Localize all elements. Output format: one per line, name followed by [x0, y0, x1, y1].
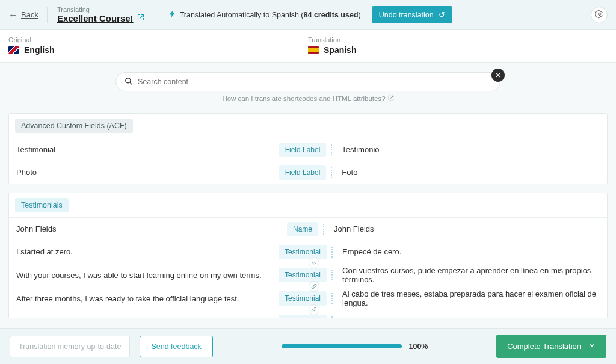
- target-text[interactable]: Empecé de cero.: [337, 247, 600, 256]
- refresh-icon: ↺: [439, 10, 445, 19]
- complete-translation-button[interactable]: Complete Translation: [496, 335, 606, 358]
- top-bar: ← Back Translating Excellent Course! Tra…: [0, 0, 616, 30]
- progress: 100%: [223, 342, 487, 351]
- divider: [47, 7, 48, 23]
- translation-content: Advanced Custom Fields (ACF)TestimonialF…: [8, 113, 608, 318]
- field-type-badge: Testimonial: [279, 268, 327, 282]
- progress-fill: [282, 344, 402, 348]
- progress-percent: 100%: [409, 342, 428, 351]
- translation-row[interactable]: With your courses, I was able to start l…: [9, 263, 607, 286]
- translation-row[interactable]: I started at zero.TestimonialEmpecé de c…: [9, 240, 607, 263]
- source-text: John Fields: [16, 224, 287, 233]
- source-text: I started at zero.: [16, 247, 279, 256]
- field-type-badge: Field Label: [279, 143, 327, 157]
- help-link-text: How can I translate shortcodes and HTML …: [222, 95, 385, 102]
- search-field[interactable]: [116, 72, 500, 91]
- page-kicker: Translating: [57, 6, 144, 13]
- source-text: I passed!: [16, 317, 279, 318]
- language-header: Original English Translation Spanish: [0, 30, 616, 63]
- arrow-left-icon: ←: [8, 10, 17, 20]
- target-text[interactable]: ¡He aprobado!: [337, 317, 600, 318]
- link-segment-icon[interactable]: [309, 281, 319, 292]
- translation-language-name: Spanish: [324, 45, 356, 55]
- bolt-icon: [168, 10, 176, 20]
- gear-icon: [595, 10, 604, 20]
- complete-translation-label: Complete Translation: [507, 342, 581, 351]
- shortcodes-help-link[interactable]: How can I translate shortcodes and HTML …: [222, 95, 393, 102]
- close-icon: ✕: [495, 71, 501, 79]
- settings-button[interactable]: [591, 7, 608, 23]
- flag-uk-icon: [8, 46, 19, 54]
- target-text[interactable]: Testimonio: [337, 145, 600, 154]
- target-text[interactable]: John Fields: [329, 224, 600, 233]
- field-type-badge: Testimonial: [279, 245, 327, 259]
- source-text: With your courses, I was able to start l…: [16, 271, 279, 280]
- original-language: English: [8, 45, 308, 55]
- source-text: Testimonial: [16, 145, 279, 154]
- content-scroll[interactable]: Advanced Custom Fields (ACF)TestimonialF…: [8, 113, 608, 318]
- flag-es-icon: [308, 46, 319, 54]
- field-type-badge: Field Label: [279, 165, 327, 180]
- source-text: After three months, I was ready to take …: [16, 294, 279, 303]
- svg-point-1: [126, 78, 131, 82]
- page-title-text: Excellent Course!: [57, 13, 134, 23]
- page-title[interactable]: Excellent Course!: [57, 13, 144, 23]
- translation-memory-button[interactable]: Translation memory up-to-date: [10, 336, 130, 357]
- auto-translate-status: Translated Automatically to Spanish (84 …: [168, 6, 452, 23]
- target-text[interactable]: Foto: [337, 168, 600, 177]
- section-chip: Testimonials: [15, 198, 69, 212]
- back-link[interactable]: ← Back: [8, 10, 38, 20]
- svg-point-0: [598, 13, 600, 15]
- original-language-col: Original English: [8, 36, 308, 55]
- search-icon: [125, 77, 133, 87]
- section-header: Advanced Custom Fields (ACF): [9, 114, 607, 138]
- field-type-badge: Name: [287, 222, 318, 236]
- translation-language: Spanish: [308, 45, 608, 55]
- translation-language-col: Translation Spanish: [308, 36, 608, 55]
- send-feedback-button[interactable]: Send feedback: [140, 336, 212, 357]
- chevron-down-icon: [588, 342, 596, 351]
- translation-kicker: Translation: [308, 36, 608, 43]
- translation-row[interactable]: PhotoField LabelFoto: [9, 161, 607, 184]
- auto-translate-text: Translated Automatically to Spanish (84 …: [180, 11, 361, 19]
- translation-row[interactable]: John FieldsNameJohn Fields: [9, 217, 607, 240]
- translation-row[interactable]: I passed!Testimonial¡He aprobado!: [9, 310, 607, 318]
- original-kicker: Original: [8, 36, 308, 43]
- page-title-block: Translating Excellent Course!: [57, 6, 144, 23]
- original-language-name: English: [24, 45, 55, 55]
- section-panel: Advanced Custom Fields (ACF)TestimonialF…: [8, 113, 608, 184]
- translation-row[interactable]: After three months, I was ready to take …: [9, 286, 607, 310]
- search-input[interactable]: [138, 78, 491, 86]
- send-feedback-label: Send feedback: [151, 342, 201, 351]
- source-text: Photo: [16, 168, 279, 177]
- translation-memory-label: Translation memory up-to-date: [19, 342, 121, 351]
- external-link-icon: [137, 14, 144, 23]
- external-link-icon: [388, 95, 394, 102]
- section-header: Testimonials: [9, 193, 607, 217]
- search-area: ✕ How can I translate shortcodes and HTM…: [0, 63, 616, 107]
- back-label: Back: [21, 10, 38, 19]
- target-text[interactable]: Con vuestros cursos, pude empezar a apre…: [337, 266, 600, 284]
- section-panel: TestimonialsJohn FieldsNameJohn FieldsI …: [8, 193, 608, 318]
- section-chip: Advanced Custom Fields (ACF): [15, 119, 133, 133]
- undo-translation-label: Undo translation: [379, 11, 434, 19]
- search-close-button[interactable]: ✕: [491, 69, 505, 82]
- link-segment-icon[interactable]: [309, 258, 319, 268]
- undo-translation-button[interactable]: Undo translation ↺: [372, 6, 452, 23]
- link-segment-icon[interactable]: [309, 304, 319, 315]
- footer-bar: Translation memory up-to-date Send feedb…: [0, 328, 616, 364]
- translation-row[interactable]: TestimonialField LabelTestimonio: [9, 138, 607, 161]
- progress-bar: [282, 344, 402, 348]
- field-type-badge: Testimonial: [279, 291, 327, 306]
- target-text[interactable]: Al cabo de tres meses, estaba preparada …: [337, 289, 600, 307]
- field-type-badge: Testimonial: [279, 315, 327, 318]
